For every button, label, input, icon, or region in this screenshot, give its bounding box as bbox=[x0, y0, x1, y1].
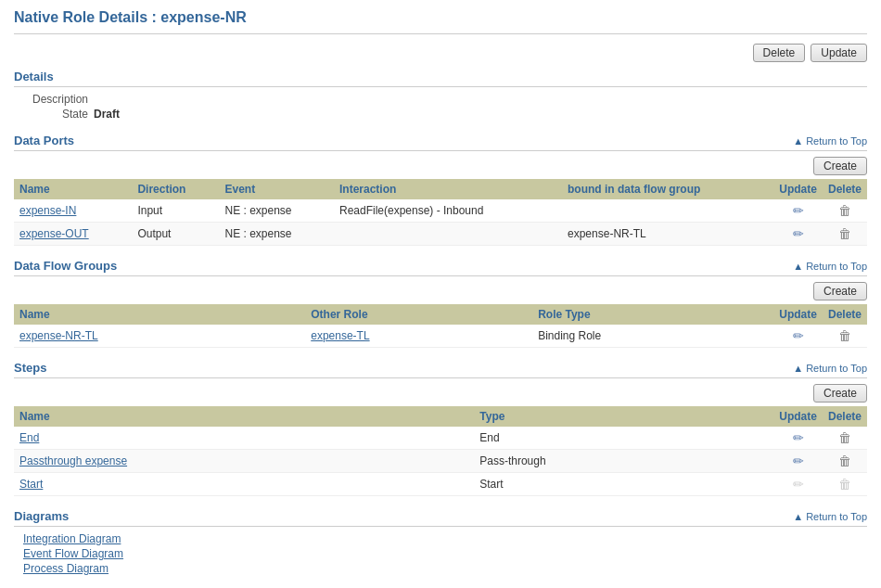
col-update: Update bbox=[773, 179, 823, 199]
data-flow-groups-header: Data Flow Groups ▲ Return to Top bbox=[14, 259, 867, 276]
dp-update-cell: ✏ bbox=[773, 223, 823, 246]
steps-title: Steps bbox=[14, 361, 46, 375]
trash-icon[interactable]: 🗑 bbox=[838, 430, 851, 445]
state-label: State bbox=[23, 108, 88, 121]
pencil-icon[interactable]: ✏ bbox=[793, 430, 804, 445]
dp-event-cell: NE : expense bbox=[219, 223, 334, 246]
state-row: State Draft bbox=[23, 108, 867, 121]
data-ports-create-row: Create bbox=[14, 157, 867, 175]
data-ports-header-row: Name Direction Event Interaction bound i… bbox=[14, 179, 867, 199]
step-update-cell: ✏ bbox=[773, 427, 823, 450]
diagrams-section: Diagrams ▲ Return to Top Integration Dia… bbox=[14, 509, 867, 575]
dp-interaction-cell bbox=[334, 223, 562, 246]
table-row: expense-OUT Output NE : expense expense-… bbox=[14, 223, 867, 246]
table-row: expense-IN Input NE : expense ReadFile(e… bbox=[14, 199, 867, 223]
page-container: Native Role Details : expense-NR Delete … bbox=[0, 0, 881, 588]
table-row: Start Start ✏ 🗑 bbox=[14, 473, 867, 496]
col-event: Event bbox=[219, 179, 334, 199]
dfg-col-role-type: Role Type bbox=[532, 304, 773, 325]
dp-direction-cell: Input bbox=[132, 199, 219, 223]
return-top-arrow-icon: ▲ bbox=[793, 135, 803, 147]
diagram-link[interactable]: Event Flow Diagram bbox=[23, 547, 867, 560]
steps-col-delete: Delete bbox=[823, 406, 867, 427]
diagrams-title: Diagrams bbox=[14, 509, 69, 523]
dp-name-link[interactable]: expense-OUT bbox=[19, 227, 89, 240]
steps-section: Steps ▲ Return to Top Create Name Type U… bbox=[14, 361, 867, 496]
dfg-update-cell: ✏ bbox=[773, 325, 823, 348]
data-ports-title: Data Ports bbox=[14, 134, 74, 147]
dfg-other-role-link[interactable]: expense-TL bbox=[311, 329, 369, 342]
diagram-link[interactable]: Process Diagram bbox=[23, 562, 867, 575]
return-top-arrow2-icon: ▲ bbox=[793, 261, 803, 272]
steps-col-update: Update bbox=[773, 406, 823, 427]
dfg-other-role-cell: expense-TL bbox=[305, 325, 532, 348]
pencil-icon[interactable]: ✏ bbox=[793, 226, 804, 241]
data-flow-groups-create-button[interactable]: Create bbox=[813, 282, 867, 300]
steps-header: Steps ▲ Return to Top bbox=[14, 361, 867, 378]
dfg-delete-cell: 🗑 bbox=[823, 325, 867, 348]
dp-direction-cell: Output bbox=[132, 223, 219, 246]
step-name-link[interactable]: Passthrough expense bbox=[19, 454, 127, 467]
steps-table: Name Type Update Delete End End ✏ 🗑 Pass… bbox=[14, 406, 867, 496]
dfg-col-update: Update bbox=[773, 304, 823, 325]
return-top-arrow3-icon: ▲ bbox=[793, 363, 803, 374]
step-name-cell: Passthrough expense bbox=[14, 450, 474, 473]
trash-icon[interactable]: 🗑 bbox=[838, 203, 851, 218]
trash-icon[interactable]: 🗑 bbox=[838, 226, 851, 241]
pencil-icon: ✏ bbox=[793, 477, 804, 492]
dp-update-cell: ✏ bbox=[773, 199, 823, 223]
col-bound: bound in data flow group bbox=[562, 179, 773, 199]
dfg-role-type-cell: Binding Role bbox=[532, 325, 773, 348]
data-flow-groups-table: Name Other Role Role Type Update Delete … bbox=[14, 304, 867, 348]
top-buttons: Delete Update bbox=[14, 44, 867, 62]
dp-interaction-cell: ReadFile(expense) - Inbound bbox=[334, 199, 562, 223]
delete-button[interactable]: Delete bbox=[753, 44, 806, 62]
dp-name-link[interactable]: expense-IN bbox=[19, 204, 76, 217]
trash-icon[interactable]: 🗑 bbox=[838, 454, 851, 468]
col-interaction: Interaction bbox=[334, 179, 562, 199]
data-ports-return-to-top[interactable]: ▲ Return to Top bbox=[793, 135, 867, 147]
diagrams-header: Diagrams ▲ Return to Top bbox=[14, 509, 867, 527]
dfg-name-link[interactable]: expense-NR-TL bbox=[19, 329, 98, 342]
dp-delete-cell: 🗑 bbox=[823, 199, 867, 223]
col-name: Name bbox=[14, 179, 132, 199]
steps-header-row: Name Type Update Delete bbox=[14, 406, 867, 427]
step-name-cell: Start bbox=[14, 473, 474, 496]
dfg-name-cell: expense-NR-TL bbox=[14, 325, 305, 348]
dfg-header-row: Name Other Role Role Type Update Delete bbox=[14, 304, 867, 325]
data-flow-groups-section: Data Flow Groups ▲ Return to Top Create … bbox=[14, 259, 867, 348]
diagram-link[interactable]: Integration Diagram bbox=[23, 532, 867, 545]
step-update-cell: ✏ bbox=[773, 473, 823, 496]
return-top-arrow4-icon: ▲ bbox=[793, 511, 803, 522]
dp-name-cell: expense-IN bbox=[14, 199, 132, 223]
dp-event-cell: NE : expense bbox=[219, 199, 334, 223]
step-name-link[interactable]: Start bbox=[19, 478, 43, 491]
pencil-icon[interactable]: ✏ bbox=[793, 328, 804, 343]
data-ports-header: Data Ports ▲ Return to Top bbox=[14, 134, 867, 151]
details-section-header: Details bbox=[14, 70, 867, 87]
details-block: Description State Draft bbox=[23, 93, 867, 121]
steps-create-button[interactable]: Create bbox=[813, 384, 867, 403]
description-row: Description bbox=[23, 93, 867, 106]
details-section: Details Description State Draft bbox=[14, 70, 867, 121]
trash-icon: 🗑 bbox=[838, 477, 851, 492]
diagrams-return-to-top[interactable]: ▲ Return to Top bbox=[793, 511, 867, 522]
page-title: Native Role Details : expense-NR bbox=[14, 9, 867, 34]
table-row: expense-NR-TL expense-TL Binding Role ✏ … bbox=[14, 325, 867, 348]
step-type-cell: Start bbox=[474, 473, 773, 496]
data-ports-create-button[interactable]: Create bbox=[813, 157, 867, 175]
trash-icon[interactable]: 🗑 bbox=[838, 328, 851, 343]
steps-col-name: Name bbox=[14, 406, 474, 427]
table-row: Passthrough expense Pass-through ✏ 🗑 bbox=[14, 450, 867, 473]
update-button[interactable]: Update bbox=[811, 44, 867, 62]
steps-return-to-top[interactable]: ▲ Return to Top bbox=[793, 363, 867, 374]
data-flow-groups-create-row: Create bbox=[14, 282, 867, 300]
data-flow-groups-return-to-top[interactable]: ▲ Return to Top bbox=[793, 261, 867, 272]
step-name-link[interactable]: End bbox=[19, 431, 39, 444]
pencil-icon[interactable]: ✏ bbox=[793, 454, 804, 468]
data-ports-table: Name Direction Event Interaction bound i… bbox=[14, 179, 867, 246]
pencil-icon[interactable]: ✏ bbox=[793, 203, 804, 218]
state-value: Draft bbox=[94, 108, 120, 121]
step-delete-cell: 🗑 bbox=[823, 450, 867, 473]
description-label: Description bbox=[23, 93, 88, 106]
